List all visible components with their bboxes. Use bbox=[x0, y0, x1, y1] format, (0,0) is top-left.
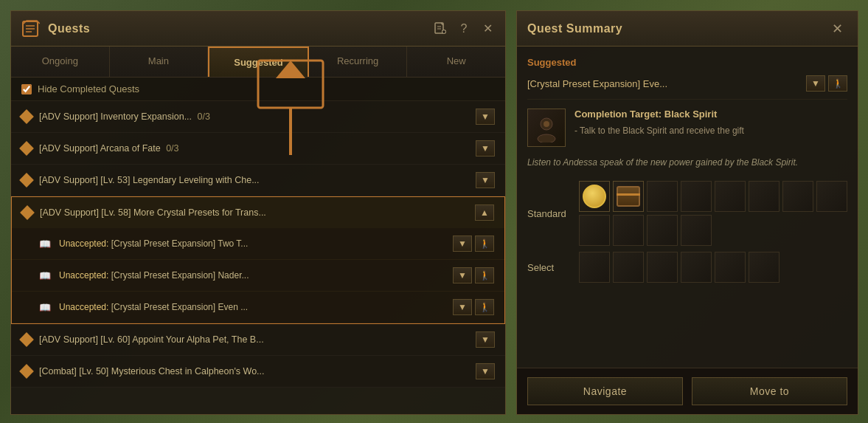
select-label: Select bbox=[527, 262, 572, 273]
quest-title-text: [Crystal Preset Expansion] Eve... bbox=[527, 78, 800, 89]
quest-desc: - Talk to the Black Spirit and receive t… bbox=[574, 124, 847, 137]
sub-quests-container: 📖 Unaccepted: [Crystal Preset Expansion]… bbox=[11, 228, 505, 324]
quest-name: [ADV Support] Arcana of Fate 0/3 bbox=[39, 143, 468, 154]
sub-navigate-button[interactable]: 🚶 bbox=[475, 235, 494, 252]
sub-quest-name: Unaccepted: [Crystal Preset Expansion] N… bbox=[59, 270, 445, 281]
sub-dropdown-button[interactable]: ▼ bbox=[453, 299, 472, 315]
quest-diamond-icon bbox=[19, 364, 34, 379]
quest-item[interactable]: [ADV Support] Arcana of Fate 0/3 ▼ bbox=[11, 133, 505, 165]
reward-slot-empty bbox=[749, 181, 780, 212]
quest-collapse-button[interactable]: ▲ bbox=[475, 204, 494, 221]
quest-diamond-icon bbox=[20, 205, 35, 220]
reward-slot-empty bbox=[681, 252, 712, 283]
quest-item[interactable]: [ADV Support] Inventory Expansion... 0/3… bbox=[11, 101, 505, 133]
reward-slot-chest bbox=[613, 181, 644, 212]
header-actions: ? ✕ bbox=[431, 20, 496, 38]
quest-dropdown-button[interactable]: ▼ bbox=[476, 331, 495, 348]
sub-dropdown-button[interactable]: ▼ bbox=[453, 235, 472, 252]
reward-slot-empty bbox=[647, 181, 678, 212]
quest-list: [ADV Support] Inventory Expansion... 0/3… bbox=[11, 101, 505, 413]
sub-dropdown-button[interactable]: ▼ bbox=[453, 267, 472, 283]
reward-slot-empty bbox=[715, 181, 746, 212]
new-doc-button[interactable] bbox=[431, 20, 449, 38]
reward-slot-empty bbox=[613, 215, 644, 246]
chest-icon bbox=[617, 186, 640, 207]
quest-title-row: [Crystal Preset Expansion] Eve... ▼ 🚶 bbox=[527, 75, 847, 100]
sub-quest-name: Unaccepted: [Crystal Preset Expansion] E… bbox=[59, 302, 445, 312]
quest-name: [ADV Support] Inventory Expansion... 0/3 bbox=[39, 111, 468, 122]
reward-slot-empty bbox=[715, 252, 746, 283]
sub-action-buttons: ▼ 🚶 bbox=[453, 267, 494, 283]
help-button[interactable]: ? bbox=[455, 20, 473, 38]
standard-rewards-row: Standard bbox=[527, 181, 847, 246]
tab-main[interactable]: Main bbox=[110, 47, 209, 77]
quest-thumbnail bbox=[527, 109, 566, 147]
quest-summary-navigate[interactable]: 🚶 bbox=[828, 75, 847, 92]
select-rewards-grid bbox=[579, 252, 780, 283]
reward-slot-empty bbox=[647, 252, 678, 283]
standard-label: Standard bbox=[527, 208, 572, 219]
sub-quest-item[interactable]: 📖 Unaccepted: [Crystal Preset Expansion]… bbox=[12, 228, 504, 260]
quest-item[interactable]: [ADV Support] [Lv. 60] Appoint Your Alph… bbox=[11, 324, 505, 356]
reward-slot-empty bbox=[681, 215, 712, 246]
gold-coin-icon bbox=[583, 185, 606, 208]
quest-name: [Combat] [Lv. 50] Mysterious Chest in Ca… bbox=[39, 366, 468, 376]
svg-point-15 bbox=[538, 134, 555, 142]
reward-slot-empty bbox=[579, 215, 610, 246]
quest-item[interactable]: [ADV Support] [Lv. 53] Legendary Levelin… bbox=[11, 165, 505, 196]
quests-panel: Quests ? ✕ Ongoing Main bbox=[10, 10, 506, 415]
close-summary-button[interactable]: ✕ bbox=[827, 18, 847, 39]
reward-slot-empty bbox=[613, 252, 644, 283]
hide-completed-label: Hide Completed Quests bbox=[38, 83, 139, 94]
book-icon: 📖 bbox=[38, 270, 52, 281]
tab-ongoing[interactable]: Ongoing bbox=[11, 47, 110, 77]
rewards-section: Standard bbox=[527, 181, 847, 283]
reward-slot-empty bbox=[681, 181, 712, 212]
quest-small-buttons: ▼ 🚶 bbox=[806, 75, 847, 92]
quest-item[interactable]: [Combat] [Lv. 50] Mysterious Chest in Ca… bbox=[11, 356, 505, 388]
summary-content: Suggested [Crystal Preset Expansion] Eve… bbox=[517, 47, 858, 303]
quests-title: Quests bbox=[48, 22, 431, 35]
sub-navigate-button[interactable]: 🚶 bbox=[475, 267, 494, 283]
quest-dropdown-button[interactable]: ▼ bbox=[476, 363, 495, 379]
reward-slot-empty bbox=[816, 181, 847, 212]
move-to-button[interactable]: Move to bbox=[692, 377, 847, 405]
quest-thumbnail-row: Completion Target: Black Spirit - Talk t… bbox=[527, 109, 847, 147]
reward-slot-empty bbox=[579, 252, 610, 283]
navigate-button[interactable]: Navigate bbox=[527, 377, 683, 405]
summary-title: Quest Summary bbox=[527, 22, 827, 35]
select-rewards-row: Select bbox=[527, 252, 847, 283]
sub-quest-item[interactable]: 📖 Unaccepted: [Crystal Preset Expansion]… bbox=[12, 292, 504, 323]
reward-slot-gold bbox=[579, 181, 610, 212]
quest-name: [ADV Support] [Lv. 60] Appoint Your Alph… bbox=[39, 334, 468, 345]
reward-slot-empty bbox=[647, 215, 678, 246]
hide-completed-row: Hide Completed Quests bbox=[11, 78, 505, 101]
reward-slot-empty bbox=[782, 181, 813, 212]
quest-dropdown-button[interactable]: ▼ bbox=[476, 172, 495, 188]
quest-meta: Completion Target: Black Spirit - Talk t… bbox=[574, 109, 847, 145]
quests-icon bbox=[20, 18, 41, 39]
quest-diamond-icon bbox=[19, 332, 34, 347]
svg-point-16 bbox=[544, 121, 549, 127]
tab-new[interactable]: New bbox=[407, 47, 505, 77]
quest-dropdown-button[interactable]: ▼ bbox=[476, 109, 495, 125]
tab-suggested[interactable]: Suggested bbox=[208, 47, 309, 77]
sub-action-buttons: ▼ 🚶 bbox=[453, 299, 494, 315]
quest-dropdown-button[interactable]: ▼ bbox=[476, 140, 495, 157]
hide-completed-checkbox[interactable] bbox=[21, 84, 32, 94]
close-quests-button[interactable]: ✕ bbox=[479, 20, 496, 38]
sub-quest-name: Unaccepted: [Crystal Preset Expansion] T… bbox=[59, 238, 445, 249]
sub-quest-item[interactable]: 📖 Unaccepted: [Crystal Preset Expansion]… bbox=[12, 260, 504, 292]
quest-summary-dropdown[interactable]: ▼ bbox=[806, 75, 825, 92]
quest-name: [ADV Support] [Lv. 53] Legendary Levelin… bbox=[39, 175, 468, 185]
suggested-label: Suggested bbox=[527, 57, 847, 68]
reward-slot-empty bbox=[749, 252, 780, 283]
summary-header: Quest Summary ✕ bbox=[517, 11, 858, 47]
quest-lore: Listen to Andessa speak of the new power… bbox=[527, 156, 847, 169]
completion-target: Completion Target: Black Spirit bbox=[574, 109, 847, 120]
sub-navigate-button[interactable]: 🚶 bbox=[475, 299, 494, 315]
tab-recurring[interactable]: Recurring bbox=[309, 47, 408, 77]
quest-item-expanded[interactable]: [ADV Support] [Lv. 58] More Crystal Pres… bbox=[11, 196, 505, 228]
tabs-row: Ongoing Main Suggested Recurring New bbox=[11, 47, 505, 78]
quest-diamond-icon bbox=[19, 141, 34, 156]
